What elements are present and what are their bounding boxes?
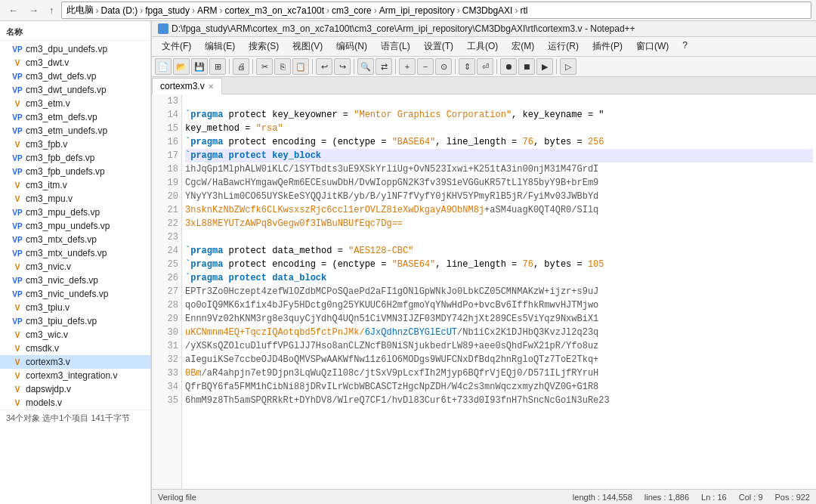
macro-stop-btn[interactable]: ⏹ bbox=[518, 58, 535, 75]
code-area[interactable]: `pragma protect key_keyowner = "Mentor G… bbox=[182, 94, 816, 489]
status-right: length : 144,558 lines : 1,886 Ln : 16 C… bbox=[573, 493, 810, 502]
new-file-btn[interactable]: 📄 bbox=[155, 58, 172, 75]
menu-o[interactable]: 工具(O) bbox=[460, 38, 505, 55]
sidebar-item-dapswjdp-v[interactable]: Vdapswjdp.v bbox=[0, 382, 150, 396]
vp-file-icon: VP bbox=[12, 236, 22, 244]
code-line: QfrBQY6fa5FMM1hCibNi88jDRvILrWcbWBCASCTz… bbox=[185, 380, 813, 394]
save-all-btn[interactable]: ⊞ bbox=[209, 58, 226, 75]
code-segment: 0Bm bbox=[185, 368, 202, 379]
replace-btn[interactable]: ⇄ bbox=[376, 58, 392, 75]
sidebar-item-cm3_dwt_undefs-vp[interactable]: VPcm3_dwt_undefs.vp bbox=[0, 83, 150, 97]
menu-n[interactable]: 编码(N) bbox=[329, 38, 374, 55]
sidebar-item-cm3_wic-v[interactable]: Vcm3_wic.v bbox=[0, 328, 150, 342]
sidebar-item-label: cm3_itm.v bbox=[26, 180, 67, 190]
sidebar-item-cm3_etm-v[interactable]: Vcm3_etm.v bbox=[0, 97, 150, 110]
sidebar-item-label: cm3_fpb_undefs.vp bbox=[26, 166, 105, 177]
sidebar-item-cm3_dwt_defs-vp[interactable]: VPcm3_dwt_defs.vp bbox=[0, 70, 150, 83]
menu-t[interactable]: 设置(T) bbox=[417, 38, 460, 55]
toolbar-sep1 bbox=[229, 59, 230, 74]
sidebar-item-cm3_mtx_undefs-vp[interactable]: VPcm3_mtx_undefs.vp bbox=[0, 246, 150, 260]
code-segment: 3xL88MEYUTzAWPq8vGegw0f3IWBuNBUfEqc7Dg== bbox=[185, 218, 403, 229]
path-cm3core[interactable]: cm3_core bbox=[332, 5, 372, 16]
macro-play-btn[interactable]: ▶ bbox=[536, 58, 553, 75]
line-number: 29 bbox=[152, 312, 178, 326]
code-segment: `pragma bbox=[185, 137, 223, 147]
path-computer[interactable]: 此电脑 bbox=[66, 4, 94, 17]
tab-close-btn[interactable]: ✕ bbox=[208, 82, 214, 91]
path-cm3dbg[interactable]: CM3DbgAXI bbox=[462, 5, 513, 16]
status-ln: Ln : 16 bbox=[701, 493, 727, 502]
redo-btn[interactable]: ↪ bbox=[334, 58, 351, 75]
menu-l[interactable]: 语言(L) bbox=[374, 38, 417, 55]
forward-button[interactable]: → bbox=[25, 3, 42, 17]
npp-title: D:\fpga_study\ARM\cortex_m3_on_xc7a100t\… bbox=[172, 23, 635, 34]
sidebar-item-cm3_fpb_defs-vp[interactable]: VPcm3_fpb_defs.vp bbox=[0, 151, 150, 165]
path-fpga[interactable]: fpga_study bbox=[145, 5, 190, 16]
macro-record-btn[interactable]: ⏺ bbox=[500, 58, 517, 75]
menu-e[interactable]: 编辑(E) bbox=[198, 38, 242, 55]
menu-r[interactable]: 运行(R) bbox=[541, 38, 586, 55]
file-icon: VP bbox=[12, 85, 23, 95]
zoom-out-btn[interactable]: − bbox=[417, 58, 434, 75]
sidebar-item-label: cm3_etm.v bbox=[26, 98, 70, 109]
file-icon: VP bbox=[12, 234, 23, 245]
sidebar-item-cmsdk-v[interactable]: Vcmsdk.v bbox=[0, 342, 150, 355]
paste-btn[interactable]: 📋 bbox=[292, 58, 309, 75]
menu-v[interactable]: 视图(V) bbox=[286, 38, 329, 55]
sync-scroll-btn[interactable]: ⇕ bbox=[459, 58, 475, 75]
path-arm[interactable]: ARM bbox=[197, 5, 218, 16]
zoom-in-btn[interactable]: + bbox=[399, 58, 416, 75]
code-segment: YNyYY3hLim0CO65UYSkEeSYQQJitKB/yb/B/ylNF… bbox=[185, 191, 598, 202]
sidebar-item-cm3_nvic_defs-vp[interactable]: VPcm3_nvic_defs.vp bbox=[0, 274, 150, 287]
sidebar-item-cortexm3-v[interactable]: Vcortexm3.v bbox=[0, 355, 150, 369]
open-file-btn[interactable]: 📂 bbox=[173, 58, 190, 75]
run-btn[interactable]: ▷ bbox=[560, 58, 576, 75]
sidebar-item-models-v[interactable]: Vmodels.v bbox=[0, 396, 150, 410]
sidebar-item-cm3_nvic_undefs-vp[interactable]: VPcm3_nvic_undefs.vp bbox=[0, 287, 150, 301]
path-cortex[interactable]: cortex_m3_on_xc7a100t bbox=[225, 5, 324, 16]
print-btn[interactable]: 🖨 bbox=[233, 58, 249, 75]
sidebar-item-cm3_nvic-v[interactable]: Vcm3_nvic.v bbox=[0, 260, 150, 274]
sidebar-item-cm3_fpb_undefs-vp[interactable]: VPcm3_fpb_undefs.vp bbox=[0, 165, 150, 178]
undo-btn[interactable]: ↩ bbox=[316, 58, 332, 75]
v-file-icon: V bbox=[15, 141, 20, 149]
cut-btn[interactable]: ✂ bbox=[256, 58, 273, 75]
path-rtl[interactable]: rtl bbox=[520, 5, 527, 16]
sidebar-item-cm3_tpiu-v[interactable]: Vcm3_tpiu.v bbox=[0, 301, 150, 314]
menu-[interactable]: ? bbox=[675, 38, 694, 55]
sidebar-item-cm3_dwt-v[interactable]: Vcm3_dwt.v bbox=[0, 56, 150, 70]
status-col: Col : 9 bbox=[739, 493, 763, 502]
menu-w[interactable]: 窗口(W) bbox=[629, 38, 675, 55]
toolbar-sep4 bbox=[354, 59, 354, 74]
sidebar-item-cm3_mpu-v[interactable]: Vcm3_mpu.v bbox=[0, 192, 150, 206]
path-drive[interactable]: Data (D:) bbox=[101, 5, 138, 16]
code-segment: Ennn9Vz02hKNM3rg8e3quyCjYdhQ4UQn51CiVMN3… bbox=[185, 314, 598, 324]
sidebar-item-cm3_itm-v[interactable]: Vcm3_itm.v bbox=[0, 178, 150, 192]
file-icon: V bbox=[12, 302, 23, 313]
sidebar-item-cm3_mpu_undefs-vp[interactable]: VPcm3_mpu_undefs.vp bbox=[0, 219, 150, 233]
sidebar-item-label: cm3_dpu_undefs.vp bbox=[26, 44, 107, 54]
sidebar-item-cortexm3_integration-v[interactable]: Vcortexm3_integration.v bbox=[0, 369, 150, 382]
path-armipi[interactable]: Arm_ipi_repository bbox=[379, 5, 455, 16]
menu-m[interactable]: 宏(M) bbox=[505, 38, 541, 55]
sidebar-item-label: cm3_dwt_undefs.vp bbox=[26, 85, 107, 95]
sidebar-item-cm3_etm_undefs-vp[interactable]: VPcm3_etm_undefs.vp bbox=[0, 124, 150, 138]
find-btn[interactable]: 🔍 bbox=[357, 58, 374, 75]
sidebar-item-cm3_dpu_undefs-vp[interactable]: VPcm3_dpu_undefs.vp bbox=[0, 42, 150, 56]
sidebar-item-cm3_fpb-v[interactable]: Vcm3_fpb.v bbox=[0, 138, 150, 151]
menu-s[interactable]: 搜索(S) bbox=[242, 38, 286, 55]
sidebar-item-cm3_mpu_defs-vp[interactable]: VPcm3_mpu_defs.vp bbox=[0, 206, 150, 219]
sidebar-item-cm3_mtx_defs-vp[interactable]: VPcm3_mtx_defs.vp bbox=[0, 233, 150, 246]
editor-container: 1314151617181920212223242526272829303132… bbox=[152, 94, 816, 489]
up-button[interactable]: ↑ bbox=[45, 3, 58, 17]
menu-f[interactable]: 文件(F) bbox=[155, 38, 198, 55]
sidebar-item-cm3_tpiu_defs-vp[interactable]: VPcm3_tpiu_defs.vp bbox=[0, 314, 150, 328]
sync-view-btn[interactable]: ⏎ bbox=[477, 58, 493, 75]
zoom-reset-btn[interactable]: ⊙ bbox=[435, 58, 452, 75]
save-btn[interactable]: 💾 bbox=[191, 58, 208, 75]
copy-btn[interactable]: ⎘ bbox=[274, 58, 291, 75]
menu-p[interactable]: 插件(P) bbox=[586, 38, 629, 55]
tab-cortexm3[interactable]: cortexm3.v ✕ bbox=[152, 78, 222, 94]
back-button[interactable]: ← bbox=[5, 3, 22, 17]
sidebar-item-cm3_etm_defs-vp[interactable]: VPcm3_etm_defs.vp bbox=[0, 110, 150, 124]
